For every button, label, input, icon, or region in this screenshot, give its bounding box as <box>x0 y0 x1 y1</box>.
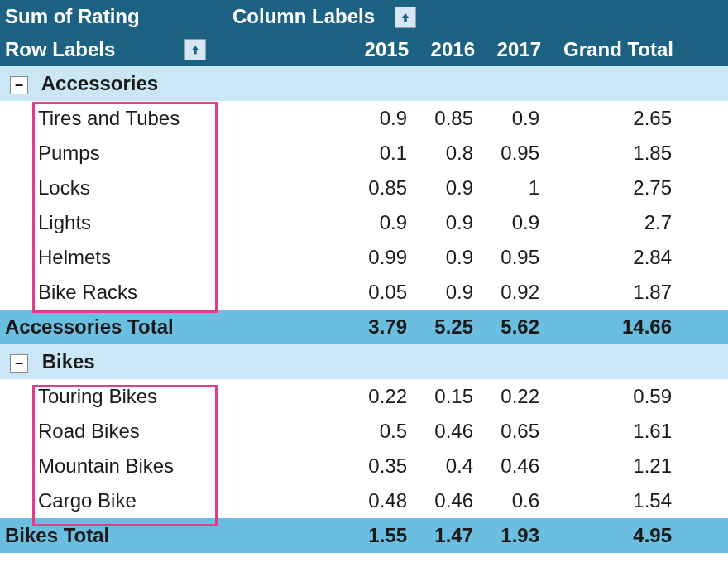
cell-value[interactable]: 5.62 <box>480 312 546 342</box>
cell-value[interactable]: 1.87 <box>546 277 678 307</box>
cell-value[interactable]: 0.85 <box>414 103 480 133</box>
cell-value[interactable]: 2.7 <box>546 208 678 238</box>
collapse-button[interactable]: − <box>10 76 28 94</box>
cell-value[interactable]: 14.66 <box>546 312 678 342</box>
table-row: Lights 0.9 0.9 0.9 2.7 <box>0 205 728 240</box>
row-labels-title-cell: Row Labels <box>0 35 228 65</box>
table-row: Helmets 0.99 0.9 0.95 2.84 <box>0 240 728 275</box>
cell-value[interactable]: 0.95 <box>480 138 546 168</box>
year-header[interactable]: 2016 <box>414 35 480 65</box>
cell-value[interactable]: 0.9 <box>414 277 480 307</box>
item-label[interactable]: Helmets <box>0 243 228 272</box>
cell-value[interactable]: 4.95 <box>546 521 678 550</box>
group-total-label: Bikes Total <box>0 521 228 550</box>
cell-value[interactable]: 0.6 <box>480 486 546 516</box>
cell-value[interactable]: 0.9 <box>414 208 480 238</box>
cell-value[interactable]: 0.5 <box>347 416 414 446</box>
arrow-up-icon <box>400 12 411 23</box>
cell-value[interactable]: 1.93 <box>480 521 546 550</box>
table-row: Pumps 0.1 0.8 0.95 1.85 <box>0 136 728 171</box>
group-total-row: Bikes Total 1.55 1.47 1.93 4.95 <box>0 518 728 553</box>
table-row: Touring Bikes 0.22 0.15 0.22 0.59 <box>0 379 728 414</box>
year-header[interactable]: 2015 <box>347 35 414 65</box>
cell-value[interactable]: 0.46 <box>414 486 480 516</box>
group-total-row: Accessories Total 3.79 5.25 5.62 14.66 <box>0 310 728 344</box>
sort-rows-button[interactable] <box>184 39 206 60</box>
cell-value[interactable]: 0.99 <box>347 243 414 272</box>
measure-title: Sum of Rating <box>0 2 228 31</box>
group-header[interactable]: − Accessories <box>0 66 728 101</box>
collapse-button[interactable]: − <box>10 354 28 373</box>
cell-value[interactable]: 1 <box>480 173 546 203</box>
cell-value[interactable]: 1.47 <box>414 521 480 550</box>
table-row: Bike Racks 0.05 0.9 0.92 1.87 <box>0 275 728 310</box>
item-label[interactable]: Locks <box>0 173 228 203</box>
cell-value[interactable]: 5.25 <box>414 312 480 342</box>
cell-value[interactable]: 1.55 <box>347 521 414 550</box>
cell-value[interactable]: 0.9 <box>347 208 414 238</box>
cell-value[interactable]: 2.65 <box>546 103 678 133</box>
cell-value[interactable]: 0.48 <box>347 486 414 516</box>
grand-total-header[interactable]: Grand Total <box>546 35 678 65</box>
cell-value[interactable]: 0.4 <box>414 451 480 481</box>
cell-value[interactable]: 2.84 <box>546 243 678 272</box>
column-labels-title: Column Labels <box>228 2 380 31</box>
item-label[interactable]: Mountain Bikes <box>0 451 228 481</box>
item-label[interactable]: Road Bikes <box>0 416 228 446</box>
cell-value[interactable]: 0.9 <box>414 173 480 203</box>
cell-value[interactable]: 0.85 <box>347 173 414 203</box>
cell-value[interactable]: 1.61 <box>546 416 678 446</box>
cell-value[interactable]: 0.35 <box>347 451 414 481</box>
table-row: Mountain Bikes 0.35 0.4 0.46 1.21 <box>0 449 728 483</box>
item-label[interactable]: Bike Racks <box>0 277 228 307</box>
row-labels-title: Row Labels <box>5 38 115 61</box>
cell-value[interactable]: 0.9 <box>480 208 546 238</box>
item-label[interactable]: Tires and Tubes <box>0 103 228 133</box>
cell-value[interactable]: 0.22 <box>347 382 414 411</box>
table-row: Tires and Tubes 0.9 0.85 0.9 2.65 <box>0 101 728 136</box>
group-name: Accessories <box>41 72 158 94</box>
item-label[interactable]: Lights <box>0 208 228 238</box>
cell-value[interactable]: 0.15 <box>414 382 480 411</box>
sort-columns-button-wrap <box>380 2 421 32</box>
table-row: Cargo Bike 0.48 0.46 0.6 1.54 <box>0 483 728 518</box>
cell-value[interactable]: 0.05 <box>347 277 414 307</box>
cell-value[interactable]: 1.85 <box>546 138 678 168</box>
cell-value[interactable]: 1.54 <box>546 486 678 516</box>
cell-value[interactable]: 3.79 <box>347 312 414 342</box>
cell-value[interactable]: 0.22 <box>480 382 546 411</box>
header-row-1: Sum of Rating Column Labels <box>0 0 728 33</box>
group-header[interactable]: − Bikes <box>0 344 728 379</box>
cell-value[interactable]: 2.75 <box>546 173 678 203</box>
cell-value[interactable]: 0.92 <box>480 277 546 307</box>
cell-value[interactable]: 0.9 <box>347 103 414 133</box>
table-row: Locks 0.85 0.9 1 2.75 <box>0 171 728 205</box>
pivot-table: Sum of Rating Column Labels Row Labels 2… <box>0 0 728 553</box>
item-label[interactable]: Touring Bikes <box>0 382 228 411</box>
item-label[interactable]: Cargo Bike <box>0 486 228 516</box>
cell-value[interactable]: 0.65 <box>480 416 546 446</box>
cell-value[interactable]: 0.1 <box>347 138 414 168</box>
group-total-label: Accessories Total <box>0 312 228 342</box>
cell-value[interactable]: 0.9 <box>414 243 480 272</box>
cell-value[interactable]: 1.21 <box>546 451 678 481</box>
cell-value[interactable]: 0.8 <box>414 138 480 168</box>
year-header[interactable]: 2017 <box>480 35 546 65</box>
group-name: Bikes <box>42 350 95 373</box>
table-row: Road Bikes 0.5 0.46 0.65 1.61 <box>0 414 728 449</box>
arrow-up-icon <box>189 44 201 55</box>
sort-columns-button[interactable] <box>395 7 416 28</box>
header-row-2: Row Labels 2015 2016 2017 Grand Total <box>0 33 728 66</box>
cell-value[interactable]: 0.9 <box>480 103 546 133</box>
cell-value[interactable]: 0.59 <box>546 382 678 411</box>
cell-value[interactable]: 0.95 <box>480 243 546 272</box>
cell-value[interactable]: 0.46 <box>414 416 480 446</box>
cell-value[interactable]: 0.46 <box>480 451 546 481</box>
item-label[interactable]: Pumps <box>0 138 228 168</box>
